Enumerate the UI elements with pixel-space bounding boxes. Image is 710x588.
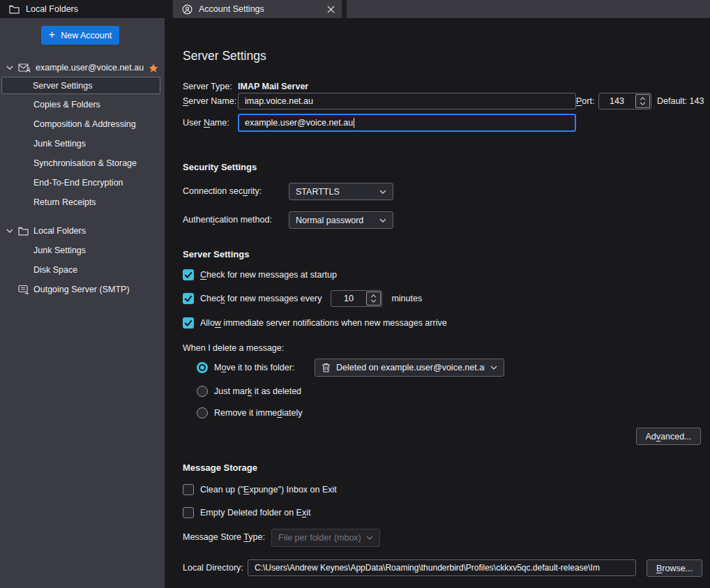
account-icon [18,63,31,73]
cleanup-label[interactable]: Clean up ("Expunge") Inbox on Exit [200,485,337,495]
tab-bar-empty-space [347,0,710,18]
tab-label: Local Folders [26,4,78,14]
star-icon [149,63,158,73]
sidebar-item-composition-addressing[interactable]: Composition & Addressing [0,115,165,133]
server-type-label: Server Type: [183,82,232,91]
chevron-down-icon[interactable] [6,66,13,70]
dropdown-chevron-icon [490,365,497,370]
connection-security-select[interactable]: STARTTLS [289,183,393,200]
sidebar-item-end-to-end-encryption[interactable]: End-To-End Encryption [0,174,165,192]
allow-notifications-checkbox[interactable] [183,317,194,329]
allow-notifications-row: Allow immediate server notifications whe… [183,315,447,331]
port-default-text: Default: 143 [657,96,704,106]
check-startup-label[interactable]: Check for new messages at startup [200,270,337,280]
sidebar-item-disk-space[interactable]: Disk Space [0,261,165,279]
move-to-folder-label[interactable]: Move it to this folder: [214,363,294,372]
user-name-row: User Name: example.user@voice.net.au [165,114,710,133]
store-type-select: File per folder (mbox) [271,529,380,547]
server-name-row: Server Name: imap.voice.net.au Port: 143… [165,93,710,111]
tab-bar: Local Folders Account Settings [0,0,710,18]
folder-icon [9,5,20,14]
check-startup-row: Check for new messages at startup [183,266,337,283]
connection-security-label: Connection security: [183,186,262,196]
mark-deleted-row: Just mark it as deleted [197,384,301,398]
text-caret [354,118,354,128]
check-every-row: Check for new messages every 10 minutes [183,290,422,307]
browse-button[interactable]: Browse... [647,559,702,577]
sidebar-item-server-settings[interactable]: Server Settings [1,77,160,94]
server-name-input[interactable]: imap.voice.net.au [238,93,576,110]
security-settings-heading: Security Settings [183,162,257,172]
mark-deleted-label[interactable]: Just mark it as deleted [214,386,301,396]
dropdown-chevron-icon [379,190,386,194]
local-directory-row: Local Directory: C:\Users\Andrew Keynes\… [165,559,710,578]
plus-icon: + [49,29,55,40]
user-name-input[interactable]: example.user@voice.net.au [238,114,576,132]
store-type-row: Message Store Type: File per folder (mbo… [165,529,710,547]
chevron-down-icon[interactable] [6,229,13,233]
new-account-button[interactable]: + New Account [41,26,119,45]
spinner-down-icon [640,102,646,105]
sidebar-outgoing-server-row[interactable]: Outgoing Server (SMTP) [0,280,165,299]
remove-immediately-label[interactable]: Remove it immediately [214,408,302,418]
empty-deleted-row: Empty Deleted folder on Exit [183,504,310,521]
authentication-method-row: Authentication method: Normal password [165,211,710,229]
message-storage-heading: Message Storage [183,462,257,473]
sidebar-item-copies-folders[interactable]: Copies & Folders [0,96,165,114]
server-settings-panel: Server Settings Server Type: IMAP Mail S… [165,18,710,588]
cleanup-checkbox[interactable] [183,484,194,495]
move-to-folder-row: Move it to this folder: Deleted on examp… [197,359,294,377]
port-input[interactable]: 143 [598,93,651,110]
account-settings-sidebar: + New Account example.user@voice.net.au … [0,18,165,588]
remove-immediately-row: Remove it immediately [197,406,302,420]
tab-local-folders[interactable]: Local Folders [0,0,173,18]
account-email: example.user@voice.net.au [36,63,144,73]
sidebar-account-row[interactable]: example.user@voice.net.au [0,59,165,77]
mark-deleted-radio[interactable] [197,386,208,397]
spinner-down-icon [370,299,377,303]
port-spinner[interactable] [635,94,650,108]
folder-icon [18,227,29,236]
tab-separator [342,0,347,18]
check-every-checkbox[interactable] [183,293,194,304]
server-name-label: Server Name: [183,96,236,106]
spinner-up-icon [640,97,646,100]
sidebar-local-folders-row[interactable]: Local Folders [0,222,165,240]
authentication-method-label: Authentication method: [183,215,272,225]
check-startup-checkbox[interactable] [183,269,194,280]
sidebar-item-lf-junk-settings[interactable]: Junk Settings [0,241,165,259]
check-every-label[interactable]: Check for new messages every [200,294,322,303]
smtp-server-icon [18,285,29,294]
spinner-up-icon [370,294,377,298]
authentication-method-select[interactable]: Normal password [289,211,393,229]
local-directory-input[interactable]: C:\Users\Andrew Keynes\AppData\Roaming\t… [248,559,636,576]
empty-deleted-label[interactable]: Empty Deleted folder on Exit [200,508,310,518]
move-to-folder-radio[interactable] [197,362,208,373]
when-delete-label: When I delete a message: [183,343,284,353]
close-icon[interactable] [327,6,335,13]
allow-notifications-label[interactable]: Allow immediate server notifications whe… [200,318,447,328]
check-every-minutes-input[interactable]: 10 [331,290,382,307]
cleanup-row: Clean up ("Expunge") Inbox on Exit [183,481,337,498]
trash-icon [322,363,331,372]
server-type-value: IMAP Mail Server [238,82,308,91]
deleted-folder-select[interactable]: Deleted on example.user@voice.net.au [315,359,504,377]
server-settings-section-heading: Server Settings [183,249,249,259]
minutes-spinner[interactable] [366,292,381,306]
minutes-label: minutes [391,294,422,303]
remove-immediately-radio[interactable] [197,407,208,419]
tab-label: Account Settings [199,4,264,14]
connection-security-row: Connection security: STARTTLS [165,183,710,201]
empty-deleted-checkbox[interactable] [183,507,194,518]
page-title: Server Settings [183,49,266,63]
sidebar-item-return-receipts[interactable]: Return Receipts [0,193,165,211]
dropdown-chevron-icon [379,218,386,223]
local-directory-label: Local Directory: [183,563,243,573]
account-settings-icon [182,4,192,15]
store-type-label: Message Store Type: [183,532,265,542]
sidebar-item-synchronisation-storage[interactable]: Synchronisation & Storage [0,154,165,172]
advanced-button[interactable]: Advanced... [636,428,701,445]
port-label: Port: [576,96,594,106]
tab-account-settings[interactable]: Account Settings [173,0,342,18]
sidebar-item-junk-settings[interactable]: Junk Settings [0,135,165,153]
